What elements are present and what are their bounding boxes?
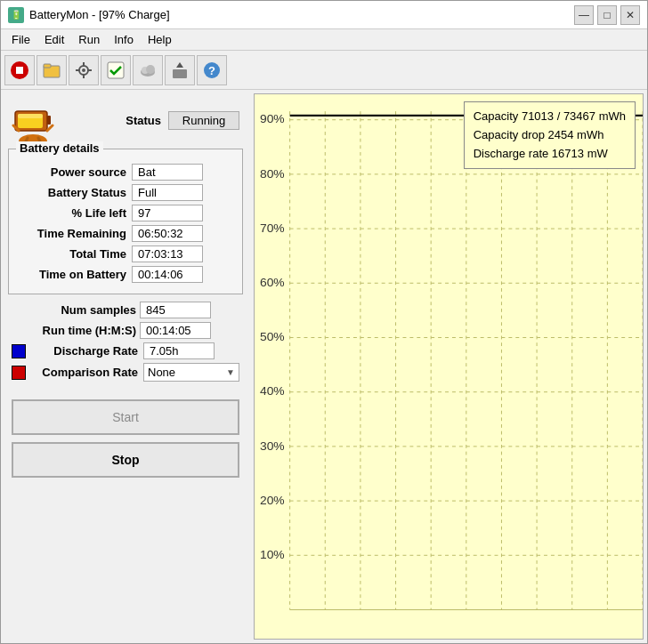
buttons-section: Start Stop (8, 392, 243, 485)
comparison-rate-dropdown[interactable]: None ▼ (143, 363, 239, 382)
maximize-button[interactable]: □ (597, 5, 617, 25)
app-icon: 🔋 (8, 7, 24, 23)
app-logo (12, 99, 54, 141)
power-source-value: Bat (132, 164, 203, 181)
status-label: Status (126, 114, 161, 127)
toolbar-check-btn[interactable] (101, 55, 131, 85)
stats-section: Num samples 845 Run time (H:M:S) 00:14:0… (8, 300, 243, 383)
title-bar-left: 🔋 BatteryMon - [97% Charge] (8, 7, 170, 23)
svg-line-24 (47, 125, 53, 131)
svg-text:40%: 40% (260, 385, 285, 398)
total-time-label: Total Time (16, 247, 132, 261)
discharge-rate-value: 7.05h (143, 342, 215, 359)
time-on-battery-row: Time on Battery 00:14:06 (16, 266, 235, 283)
comparison-rate-swatch (12, 366, 26, 380)
status-value: Running (168, 111, 239, 130)
svg-point-22 (19, 134, 47, 141)
svg-text:60%: 60% (260, 276, 285, 289)
toolbar-cloud-btn[interactable] (133, 55, 163, 85)
status-row: Status Running (61, 111, 239, 130)
svg-text:90%: 90% (260, 113, 285, 126)
svg-rect-27 (255, 94, 643, 639)
discharge-rate-row: Discharge Rate 7.05h (12, 342, 239, 359)
svg-text:70%: 70% (260, 221, 285, 235)
num-samples-value: 845 (140, 302, 211, 318)
battery-status-label: Battery Status (16, 186, 132, 199)
chart-container: 90% 80% 70% 60% 50% 40% 30% 20% 10% 17:2… (254, 93, 644, 640)
close-button[interactable]: ✕ (620, 5, 640, 25)
life-left-row: % Life left 97 (16, 205, 235, 221)
stop-button[interactable]: Stop (12, 442, 239, 478)
discharge-rate-swatch (12, 344, 26, 358)
svg-point-13 (146, 65, 155, 74)
svg-rect-14 (173, 69, 187, 78)
life-left-label: % Life left (16, 206, 132, 220)
dropdown-arrow-icon: ▼ (226, 367, 235, 377)
num-samples-label: Num samples (12, 303, 136, 317)
comparison-rate-row: Comparison Rate None ▼ (12, 363, 239, 382)
svg-text:30%: 30% (260, 439, 285, 453)
time-remaining-label: Time Remaining (16, 227, 132, 240)
window-title: BatteryMon - [97% Charge] (29, 8, 170, 21)
menu-info[interactable]: Info (107, 31, 141, 48)
main-content: Status Running Battery details Power sou… (1, 90, 647, 643)
time-on-battery-label: Time on Battery (16, 268, 132, 281)
power-source-row: Power source Bat (16, 164, 235, 181)
menu-file[interactable]: File (4, 31, 37, 48)
battery-details-legend: Battery details (16, 141, 103, 155)
power-source-label: Power source (16, 165, 132, 179)
life-left-value: 97 (132, 205, 203, 221)
toolbar: ? (1, 51, 647, 90)
tooltip-line3: Discharge rate 16713 mW (474, 145, 626, 164)
toolbar-open-btn[interactable] (36, 55, 67, 85)
battery-status-value: Full (132, 184, 203, 201)
right-panel: 90% 80% 70% 60% 50% 40% 30% 20% 10% 17:2… (250, 90, 647, 643)
svg-rect-21 (18, 114, 43, 118)
start-button[interactable]: Start (12, 399, 239, 435)
time-on-battery-value: 00:14:06 (132, 266, 203, 283)
title-controls: — □ ✕ (574, 5, 640, 25)
discharge-rate-label: Discharge Rate (31, 344, 138, 358)
tooltip-line1: Capacity 71013 / 73467 mWh (474, 108, 626, 126)
status-section: Status Running (8, 97, 243, 143)
battery-status-row: Battery Status Full (16, 184, 235, 201)
total-time-value: 07:03:13 (132, 246, 203, 262)
time-remaining-row: Time Remaining 06:50:32 (16, 225, 235, 242)
main-window: 🔋 BatteryMon - [97% Charge] — □ ✕ File E… (0, 0, 648, 644)
svg-text:10%: 10% (260, 548, 285, 561)
run-time-label: Run time (H:M:S) (12, 324, 136, 337)
svg-rect-10 (108, 62, 124, 78)
svg-marker-15 (176, 62, 183, 68)
svg-text:20%: 20% (260, 494, 285, 507)
toolbar-help-btn[interactable]: ? (197, 55, 227, 85)
chart-svg: 90% 80% 70% 60% 50% 40% 30% 20% 10% 17:2… (255, 94, 643, 639)
toolbar-settings-btn[interactable] (69, 55, 99, 85)
run-time-value: 00:14:05 (140, 322, 211, 339)
minimize-button[interactable]: — (574, 5, 594, 25)
svg-point-5 (82, 68, 85, 72)
menu-help[interactable]: Help (141, 31, 179, 48)
toolbar-stop-btn[interactable] (4, 55, 35, 85)
title-bar: 🔋 BatteryMon - [97% Charge] — □ ✕ (1, 1, 647, 29)
total-time-row: Total Time 07:03:13 (16, 246, 235, 262)
svg-rect-1 (16, 67, 23, 74)
chart-tooltip: Capacity 71013 / 73467 mWh Capacity drop… (464, 101, 636, 169)
time-remaining-value: 06:50:32 (132, 225, 203, 242)
comparison-rate-label: Comparison Rate (31, 366, 138, 379)
num-samples-row: Num samples 845 (12, 302, 239, 318)
menu-bar: File Edit Run Info Help (1, 29, 647, 51)
svg-rect-3 (44, 64, 51, 68)
run-time-row: Run time (H:M:S) 00:14:05 (12, 322, 239, 339)
left-panel: Status Running Battery details Power sou… (1, 90, 250, 643)
tooltip-line2: Capacity drop 2454 mWh (474, 126, 626, 145)
svg-text:?: ? (208, 64, 215, 77)
svg-text:50%: 50% (260, 331, 285, 344)
menu-run[interactable]: Run (71, 31, 107, 48)
comparison-value-text: None (148, 366, 175, 379)
menu-edit[interactable]: Edit (37, 31, 71, 48)
battery-details-group: Battery details Power source Bat Battery… (8, 149, 243, 294)
toolbar-export-btn[interactable] (165, 55, 195, 85)
svg-text:80%: 80% (260, 167, 285, 181)
svg-rect-19 (47, 116, 51, 125)
